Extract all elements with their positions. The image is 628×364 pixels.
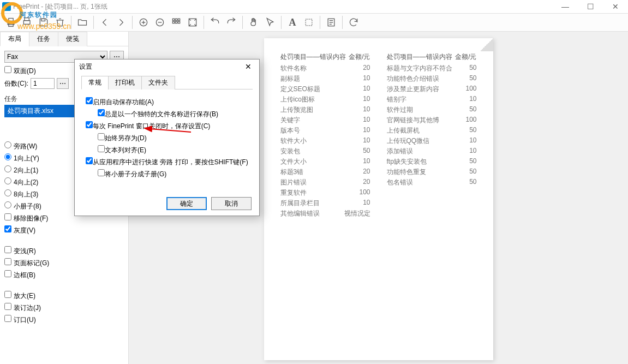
table-row: 涉及禁止更新内容100 xyxy=(387,85,477,94)
cancel-button[interactable]: 取消 xyxy=(211,197,252,210)
table-row: 添加错误10 xyxy=(387,147,477,156)
grid-icon[interactable] xyxy=(169,15,184,30)
table-row: 关键字10 xyxy=(280,116,370,125)
dialog-opt-3[interactable]: 始终另存为(D) xyxy=(98,133,147,143)
dialog-tab-2[interactable]: 文件夹 xyxy=(141,76,175,89)
layout-opt-4[interactable]: 8向上(3) xyxy=(4,189,38,199)
table-row: 上传预览图10 xyxy=(280,105,370,115)
dialog-opt-0[interactable]: 启用自动保存功能(A) xyxy=(86,97,154,107)
save-icon[interactable] xyxy=(36,15,51,30)
table-row: 版本号10 xyxy=(280,126,370,135)
select-icon[interactable] xyxy=(301,15,316,30)
dialog-close-icon[interactable]: ✕ xyxy=(242,62,255,71)
undo-icon[interactable] xyxy=(207,15,223,30)
table-row: 文件大小10 xyxy=(280,157,370,166)
dialog-opt-6[interactable]: 将小册子分成子册(G) xyxy=(98,169,166,179)
svg-rect-12 xyxy=(175,21,177,23)
side-tab-2[interactable]: 便笺 xyxy=(58,32,87,46)
table-row: ftp缺失安装包50 xyxy=(387,157,477,166)
open-icon[interactable] xyxy=(75,15,90,30)
dialog-tab-0[interactable]: 常规 xyxy=(81,76,109,89)
maximize-icon[interactable]: ☐ xyxy=(578,0,603,13)
table-row: 标题3错20 xyxy=(280,168,370,177)
print-all-icon[interactable] xyxy=(20,15,35,30)
layout-opt-3[interactable]: 4向上(2) xyxy=(4,177,38,187)
svg-rect-5 xyxy=(41,19,45,21)
table-row: 上传截屏机50 xyxy=(387,126,477,135)
table-row: 功能特色介绍错误50 xyxy=(387,74,477,83)
layout-opt-7[interactable]: 灰度(V) xyxy=(4,225,35,235)
layout-opt-14[interactable]: 装订边(J) xyxy=(4,303,41,313)
dialog-tab-1[interactable]: 打印机 xyxy=(108,76,142,89)
side-tab-0[interactable]: 布局 xyxy=(0,32,29,46)
trash-icon[interactable] xyxy=(52,15,68,30)
copies-input[interactable] xyxy=(31,78,55,89)
redo-icon[interactable] xyxy=(224,15,239,30)
close-icon[interactable]: ✕ xyxy=(603,0,628,13)
layout-opt-11[interactable]: 边框(B) xyxy=(4,270,35,280)
next-icon[interactable] xyxy=(113,15,129,30)
prev-icon[interactable] xyxy=(97,15,112,30)
table-row: 包名错误50 xyxy=(387,178,477,187)
svg-rect-2 xyxy=(9,24,13,27)
page-preview[interactable]: 处罚项目——错误内容金额/元软件名称20副标题10定义SEO标题10上传ico图… xyxy=(264,38,493,360)
table-row: 标题与文字内容不符合50 xyxy=(387,64,477,73)
zoom-in-icon[interactable] xyxy=(136,15,151,30)
text-icon[interactable]: A xyxy=(285,15,300,30)
table-row: 上传ico图标10 xyxy=(280,95,370,104)
copies-more-button[interactable]: ⋯ xyxy=(57,78,69,89)
table-row: 软件名称20 xyxy=(280,64,370,73)
table-row: 定义SEO标题10 xyxy=(280,85,370,94)
layout-opt-6[interactable]: 移除图像(F) xyxy=(4,213,48,223)
toolbar: A xyxy=(0,13,628,32)
table-row: 软件过期50 xyxy=(387,105,477,115)
svg-rect-11 xyxy=(172,21,174,23)
settings-dialog: 设置 ✕ 常规打印机文件夹 启用自动保存功能(A)总是以一个独特的文件名称进行保… xyxy=(74,59,260,216)
svg-rect-8 xyxy=(172,19,174,20)
layout-opt-9[interactable]: 变浅(R) xyxy=(4,246,36,256)
dialog-opt-4[interactable]: 文本列对齐(E) xyxy=(98,145,146,155)
pointer-icon[interactable] xyxy=(262,15,278,30)
table-row: 软件大小10 xyxy=(280,136,370,146)
minimize-icon[interactable]: — xyxy=(553,0,578,13)
table-row: 错别字10 xyxy=(387,95,477,104)
layout-opt-1[interactable]: 1向上(Y) xyxy=(4,153,39,163)
table-row: 功能特色重复50 xyxy=(387,168,477,177)
layout-opt-5[interactable]: 小册子(8) xyxy=(4,201,41,211)
layout-opt-13[interactable]: 放大(E) xyxy=(4,291,35,301)
svg-rect-13 xyxy=(178,21,180,23)
notes-icon[interactable] xyxy=(324,15,339,30)
svg-rect-9 xyxy=(175,19,177,20)
svg-rect-3 xyxy=(23,21,30,25)
svg-rect-1 xyxy=(9,19,13,21)
dialog-opt-5[interactable]: 从应用程序中进行快速 旁路 打印，要按住SHIFT键(F) xyxy=(86,157,248,167)
table-row: 安装包50 xyxy=(280,147,370,156)
layout-opt-10[interactable]: 页面标记(G) xyxy=(4,258,49,268)
side-tabs: 布局任务便笺 xyxy=(0,32,128,46)
zoom-out-icon[interactable] xyxy=(152,15,168,30)
layout-opt-15[interactable]: 订口(U) xyxy=(4,315,36,325)
dialog-opt-1[interactable]: 总是以一个独特的文件名称进行保存(B) xyxy=(98,109,218,119)
refresh-icon[interactable] xyxy=(346,15,361,30)
ok-button[interactable]: 确定 xyxy=(166,197,207,210)
print-icon[interactable] xyxy=(3,15,19,30)
table-row: 副标题10 xyxy=(280,74,370,83)
table-row: 所属目录栏目10 xyxy=(280,199,370,208)
svg-rect-10 xyxy=(178,19,180,20)
svg-rect-4 xyxy=(25,18,29,21)
app-icon xyxy=(2,2,11,11)
duplex-check[interactable]: 双面(D) xyxy=(4,66,36,76)
page-fold-icon xyxy=(480,38,493,51)
svg-rect-15 xyxy=(306,19,312,26)
fit-icon[interactable] xyxy=(185,15,200,30)
table-row: 上传玩QQ微信10 xyxy=(387,136,477,146)
table-row: 图片错误20 xyxy=(280,178,370,187)
titlebar: FinePrint - [处罚项目... 页, 1张纸 — ☐ ✕ xyxy=(0,0,628,13)
layout-opt-0[interactable]: 旁路(W) xyxy=(4,141,37,151)
table-row: 重复软件100 xyxy=(280,188,370,198)
hand-icon[interactable] xyxy=(246,15,261,30)
side-tab-1[interactable]: 任务 xyxy=(29,32,58,46)
dialog-opt-2[interactable]: 每次 FinePrint 窗口关闭时，保存设置(C) xyxy=(86,121,210,131)
layout-opt-2[interactable]: 2向上(1) xyxy=(4,165,38,175)
table-row: 其他编辑错误视情况定 xyxy=(280,209,370,218)
